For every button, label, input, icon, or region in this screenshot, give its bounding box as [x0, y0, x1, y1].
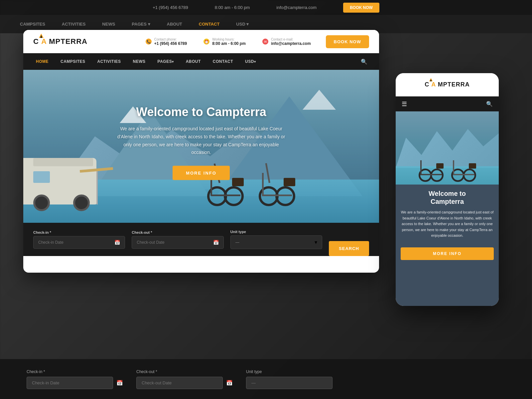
bg-checkout-label: Check-out *	[136, 369, 233, 374]
bg-phone: +1 (954) 456 6789	[153, 5, 188, 10]
bg-checkin-field: Check-in * 📅	[27, 369, 123, 389]
desktop-window: C A MPTERRA 📞 Contact phone: +1 (954) 45…	[23, 30, 379, 273]
mountain-right-snow	[303, 90, 336, 110]
mobile-more-info-button[interactable]: MORE INFO	[401, 247, 494, 260]
rv-window	[33, 171, 50, 183]
bg-cal2-icon: 📅	[226, 380, 233, 386]
mobile-bike-1	[419, 145, 444, 182]
booking-bar: Check-in * 📅 Check-out * 📅 Unit type — ▾…	[23, 223, 379, 256]
hero-description: We are a family-oriented campground loca…	[115, 125, 288, 157]
checkout-input-wrap: 📅	[132, 236, 223, 249]
bg-nav-usd: USD ▾	[236, 22, 249, 27]
checkin-input[interactable]	[38, 240, 114, 245]
hours-label: Working hours:	[212, 38, 246, 41]
phone-value: +1 (954) 456 6789	[154, 41, 187, 46]
unit-type-select[interactable]: —	[235, 240, 315, 245]
hours-info-group: ⏰ Working hours: 8:00 am - 6:00 pm	[203, 38, 246, 46]
checkout-input[interactable]	[137, 240, 213, 245]
bg-unittype-field: Unit type	[246, 369, 332, 389]
bg-nav-about: ABOUT	[167, 22, 182, 27]
bg-unittype-label: Unit type	[246, 369, 332, 374]
phone-label: Contact phone:	[154, 38, 187, 41]
bg-nav-pages: PAGES ▾	[132, 22, 150, 27]
bg-top-bar: +1 (954) 456 6789 8:00 am - 6:00 pm info…	[0, 0, 532, 15]
nav-pages[interactable]: PAGES	[152, 53, 180, 70]
bg-email: info@campterra.com	[276, 5, 317, 10]
email-info: Contact e-mail: info@campterra.com	[271, 38, 311, 46]
rv-silhouette	[23, 96, 116, 223]
bg-checkout-input[interactable]	[136, 377, 223, 389]
checkin-field: Check-in * 📅	[33, 230, 125, 249]
nav-activities[interactable]: ACTIVITIES	[91, 53, 127, 70]
bg-nav-activities: ACTIVITIES	[62, 22, 86, 27]
nav-news[interactable]: NEWS	[127, 53, 152, 70]
bg-checkin-label: Check-in *	[27, 369, 123, 374]
mobile-hero	[396, 111, 499, 185]
bg-unittype-input[interactable]	[246, 377, 332, 389]
nav-campsites[interactable]: CAMPSITES	[55, 53, 91, 70]
nav-usd[interactable]: USD	[239, 53, 262, 70]
mobile-header: C A MPTERRA	[396, 73, 499, 96]
mobile-description: We are a family-oriented campground loca…	[401, 209, 494, 239]
email-icon: ✉	[262, 39, 268, 45]
email-info-group: ✉ Contact e-mail: info@campterra.com	[262, 38, 311, 46]
hero-more-info-button[interactable]: MORE INFO	[173, 166, 230, 180]
desktop-hero: Welcome to Campterra We are a family-ori…	[23, 70, 379, 223]
bg-booking-bar: Check-in * 📅 Check-out * 📅 Unit type	[0, 359, 532, 399]
mobile-window: C A MPTERRA ☰ 🔍	[396, 73, 499, 306]
rv-wheel-back	[33, 195, 50, 211]
unit-type-field: Unit type — ▾	[230, 230, 322, 249]
desktop-info-bar: C A MPTERRA 📞 Contact phone: +1 (954) 45…	[23, 30, 379, 53]
mobile-hero-title: Welcome toCampterra	[429, 190, 466, 205]
hours-info: Working hours: 8:00 am - 6:00 pm	[212, 38, 246, 46]
bg-hours: 8:00 am - 6:00 pm	[215, 5, 250, 10]
nav-contact[interactable]: CONTACT	[207, 53, 239, 70]
mobile-content-area: Welcome toCampterra We are a family-orie…	[396, 185, 499, 306]
search-icon[interactable]: 🔍	[356, 59, 372, 65]
nav-home[interactable]: HOME	[30, 53, 55, 70]
awning-pole	[96, 171, 98, 204]
logo-accent: A	[39, 37, 49, 46]
rv-wheel-front	[73, 195, 90, 211]
checkin-label: Check-in *	[33, 230, 125, 234]
hamburger-icon[interactable]: ☰	[402, 100, 407, 108]
desktop-logo: C A MPTERRA	[33, 37, 87, 46]
email-value: info@campterra.com	[271, 41, 311, 46]
checkin-input-wrap: 📅	[33, 236, 125, 249]
phone-info-group: 📞 Contact phone: +1 (954) 456 6789	[146, 38, 187, 46]
bg-book-btn[interactable]: BOOK NOW	[343, 3, 379, 13]
phone-icon: 📞	[146, 39, 152, 45]
checkout-label: Check-out *	[132, 230, 223, 234]
bg-nav-campsites: CAMPSITES	[20, 22, 45, 27]
m-basket	[436, 163, 444, 169]
book-now-button[interactable]: BOOK NOW	[326, 35, 369, 48]
bg-checkin-input[interactable]	[27, 377, 113, 389]
bg-nav-contact: CONTACT	[199, 22, 220, 27]
m-basket-2	[469, 163, 476, 169]
rv-roof	[33, 158, 93, 166]
phone-info: Contact phone: +1 (954) 456 6789	[154, 38, 187, 46]
mobile-bike-2	[451, 145, 476, 182]
bg-nav-news: NEWS	[102, 22, 115, 27]
unit-type-select-wrap: — ▾	[230, 235, 322, 249]
tent-icon	[39, 33, 44, 39]
mobile-bikes	[402, 145, 492, 182]
email-label: Contact e-mail:	[271, 38, 311, 41]
checkout-calendar-icon: 📅	[213, 240, 219, 245]
mobile-search-icon[interactable]: 🔍	[486, 101, 493, 107]
hours-value: 8:00 am - 6:00 pm	[212, 41, 246, 46]
clock-icon: ⏰	[203, 39, 209, 45]
mobile-logo: C A MPTERRA	[425, 81, 469, 88]
bg-checkout-wrap: 📅	[136, 377, 233, 389]
search-button[interactable]: SEARCH	[329, 241, 369, 256]
checkin-calendar-icon: 📅	[114, 240, 120, 245]
hero-content: Welcome to Campterra We are a family-ori…	[115, 105, 288, 180]
mobile-tent-icon	[429, 78, 433, 82]
bg-checkin-wrap: 📅	[27, 377, 123, 389]
nav-about[interactable]: ABOUT	[180, 53, 207, 70]
select-arrow-icon: ▾	[315, 239, 317, 245]
desktop-nav: HOME CAMPSITES ACTIVITIES NEWS PAGES ABO…	[23, 53, 379, 70]
bg-checkout-field: Check-out * 📅	[136, 369, 233, 389]
unit-type-label: Unit type	[230, 230, 322, 234]
bg-cal-icon: 📅	[116, 380, 123, 386]
